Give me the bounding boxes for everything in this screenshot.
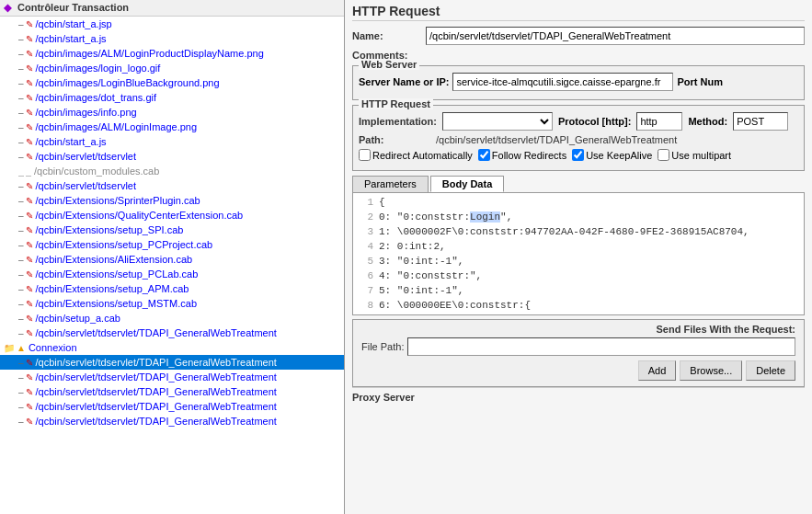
tree-item[interactable]: –✎/qcbin/Extensions/setup_MSTM.cab bbox=[0, 296, 344, 311]
path-value: /qcbin/servlet/tdservlet/TDAPI_GeneralWe… bbox=[436, 134, 677, 145]
protocol-label: Protocol [http]: bbox=[558, 116, 631, 127]
tree-title: Contrôleur Transaction bbox=[17, 2, 129, 13]
tree-item-label: Connexion bbox=[29, 342, 77, 353]
tree-item-label: /qcbin/Extensions/setup_MSTM.cab bbox=[36, 298, 197, 309]
tree-connector-icon: – bbox=[18, 78, 24, 88]
code-line: 1{ bbox=[357, 195, 800, 210]
tree-item[interactable]: ⎯⎯/qcbin/custom_modules.cab bbox=[0, 164, 344, 178]
implementation-select[interactable] bbox=[442, 112, 553, 131]
redirect-auto-checkbox[interactable] bbox=[359, 149, 371, 161]
line-number: 4 bbox=[357, 239, 373, 254]
code-line: 6 4: "0:conststr:", bbox=[357, 268, 800, 283]
tree-item[interactable]: –✎/qcbin/start_a.jsp bbox=[0, 17, 344, 31]
tree-item[interactable]: –✎/qcbin/Extensions/setup_PCLab.cab bbox=[0, 267, 344, 281]
use-multipart-checkbox[interactable] bbox=[658, 149, 669, 161]
tree-item[interactable]: –✎/qcbin/servlet/tdservlet bbox=[0, 178, 344, 193]
line-content: 1: \0000002F\0:conststr:947702AA-042F-46… bbox=[379, 224, 749, 239]
script-icon: ▲ bbox=[17, 343, 26, 353]
tab-parameters[interactable]: Parameters bbox=[352, 176, 429, 192]
line-content: 4: "0:conststr:", bbox=[379, 268, 482, 283]
tree-item[interactable]: –✎/qcbin/images/info.png bbox=[0, 105, 344, 120]
method-input[interactable] bbox=[733, 112, 788, 131]
line-content: 3: "0:int:-1", bbox=[379, 254, 463, 268]
tree-item[interactable]: –✎/qcbin/servlet/tdservlet/TDAPI_General… bbox=[0, 355, 344, 370]
tree-item[interactable]: –✎/qcbin/setup_a.cab bbox=[0, 311, 344, 326]
tree-connector-icon: – bbox=[18, 269, 24, 280]
browse-button[interactable]: Browse... bbox=[680, 360, 742, 381]
tree-item[interactable]: –✎/qcbin/servlet/tdservlet/TDAPI_General… bbox=[0, 399, 344, 414]
tree-item[interactable]: –✎/qcbin/servlet/tdservlet/TDAPI_General… bbox=[0, 384, 344, 399]
tree-item[interactable]: –✎/qcbin/Extensions/SprinterPlugin.cab bbox=[0, 193, 344, 208]
use-multipart-label: Use multipart bbox=[671, 150, 731, 161]
script-icon: ✎ bbox=[26, 93, 33, 103]
tab-body-data[interactable]: Body Data bbox=[430, 176, 504, 192]
tree-item[interactable]: –✎/qcbin/start_a.js bbox=[0, 31, 344, 46]
delete-button[interactable]: Delete bbox=[746, 360, 795, 381]
script-icon: ✎ bbox=[26, 49, 33, 59]
tree-item[interactable]: –✎/qcbin/Extensions/setup_PCProject.cab bbox=[0, 237, 344, 252]
script-icon: ✎ bbox=[26, 34, 33, 44]
tree-item-label: /qcbin/servlet/tdservlet/TDAPI_GeneralWe… bbox=[36, 357, 277, 368]
script-icon: ✎ bbox=[26, 372, 33, 383]
tree-connector-icon: – bbox=[18, 358, 24, 368]
script-icon: ✎ bbox=[26, 108, 33, 118]
tree-connector-icon: – bbox=[18, 122, 24, 132]
files-section-title: Send Files With the Request: bbox=[356, 323, 801, 336]
script-icon: ✎ bbox=[26, 284, 33, 294]
tree-item[interactable]: –✎/qcbin/images/ALM/LoginProductDisplayN… bbox=[0, 46, 344, 61]
tree-item[interactable]: –✎/qcbin/servlet/tdservlet bbox=[0, 149, 344, 164]
tree-connector-icon: – bbox=[18, 181, 24, 191]
name-input[interactable] bbox=[426, 27, 805, 45]
checkbox-item-redirect-auto: Redirect Automatically bbox=[359, 149, 473, 161]
line-content: 5: "0:int:-1", bbox=[379, 283, 463, 298]
tree-item-label: /qcbin/servlet/tdservlet/TDAPI_GeneralWe… bbox=[36, 401, 277, 412]
file-path-input[interactable] bbox=[407, 337, 795, 356]
tree-item[interactable]: –✎/qcbin/images/dot_trans.gif bbox=[0, 90, 344, 105]
tree-item-label: /qcbin/start_a.js bbox=[36, 33, 107, 44]
script-icon: ✎ bbox=[26, 78, 33, 88]
protocol-input[interactable] bbox=[636, 112, 682, 131]
tree-item[interactable]: –✎/qcbin/servlet/tdservlet/TDAPI_General… bbox=[0, 326, 344, 340]
tree-item[interactable]: 📁▲Connexion bbox=[0, 340, 344, 355]
tree-item[interactable]: –✎/qcbin/start_a.js bbox=[0, 134, 344, 149]
line-content: 6: \000000EE\0:conststr:{ bbox=[379, 298, 531, 313]
tree-connector-icon: – bbox=[18, 211, 24, 221]
use-keepalive-checkbox[interactable] bbox=[572, 149, 584, 161]
follow-redirects-checkbox[interactable] bbox=[478, 149, 490, 161]
implementation-row: Implementation: Protocol [http]: Method: bbox=[359, 112, 798, 131]
script-icon: ✎ bbox=[26, 225, 33, 235]
line-number: 7 bbox=[357, 283, 373, 298]
tree-connector-icon: – bbox=[18, 49, 24, 59]
tree-item[interactable]: –✎/qcbin/Extensions/setup_SPI.cab bbox=[0, 223, 344, 237]
tree-connector-icon: ⎯ bbox=[18, 166, 24, 177]
tree-container[interactable]: –✎/qcbin/start_a.jsp–✎/qcbin/start_a.js–… bbox=[0, 17, 344, 514]
server-name-input[interactable] bbox=[452, 73, 673, 91]
tree-item-label: /qcbin/images/LoginBlueBackground.png bbox=[36, 77, 220, 88]
tree-item[interactable]: –✎/qcbin/images/login_logo.gif bbox=[0, 61, 344, 75]
tree-item[interactable]: –✎/qcbin/images/LoginBlueBackground.png bbox=[0, 75, 344, 90]
script-icon: ✎ bbox=[26, 181, 33, 191]
use-keepalive-label: Use KeepAlive bbox=[586, 150, 652, 161]
web-server-title: Web Server bbox=[359, 59, 419, 70]
web-server-group: Web Server Server Name or IP: Port Num bbox=[352, 65, 805, 100]
tree-item[interactable]: –✎/qcbin/images/ALM/LoginImage.png bbox=[0, 120, 344, 134]
tree-item[interactable]: –✎/qcbin/Extensions/setup_APM.cab bbox=[0, 281, 344, 296]
line-number: 8 bbox=[357, 298, 373, 313]
script-icon: ✎ bbox=[26, 387, 33, 397]
tree-item[interactable]: –✎/qcbin/Extensions/QualityCenterExtensi… bbox=[0, 208, 344, 223]
tree-connector-icon: – bbox=[18, 93, 24, 103]
tree-connector-icon: – bbox=[18, 225, 24, 235]
name-row: Name: bbox=[352, 27, 805, 45]
script-icon: ✎ bbox=[26, 122, 33, 132]
tree-item-label: /qcbin/images/login_logo.gif bbox=[36, 63, 161, 74]
code-area[interactable]: 1{2 0: "0:conststr:Login",3 1: \0000002F… bbox=[352, 192, 805, 315]
tree-item[interactable]: –✎/qcbin/servlet/tdservlet/TDAPI_General… bbox=[0, 370, 344, 384]
code-line: 2 0: "0:conststr:Login", bbox=[357, 210, 800, 224]
add-button[interactable]: Add bbox=[638, 360, 677, 381]
tree-connector-icon: – bbox=[18, 19, 24, 29]
tree-item-label: /qcbin/setup_a.cab bbox=[36, 313, 120, 324]
tree-item[interactable]: –✎/qcbin/Extensions/AliExtension.cab bbox=[0, 252, 344, 267]
tree-connector-icon: – bbox=[18, 137, 24, 147]
name-label: Name: bbox=[352, 30, 426, 41]
tree-item[interactable]: –✎/qcbin/servlet/tdservlet/TDAPI_General… bbox=[0, 414, 344, 428]
